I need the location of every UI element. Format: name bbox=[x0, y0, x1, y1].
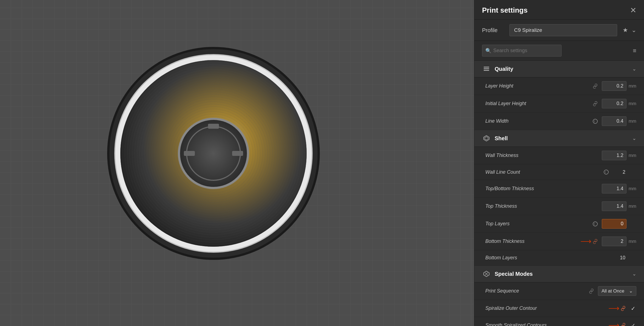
svg-rect-1 bbox=[484, 68, 489, 69]
star-button[interactable]: ★ bbox=[623, 27, 628, 34]
setting-spiralize-outer-contour: Spiralize Outer Contour ⟶ ✓ bbox=[474, 300, 644, 317]
bottom-thickness-arrow: ⟶ bbox=[580, 237, 599, 246]
search-input[interactable] bbox=[482, 45, 562, 57]
setting-bottom-thickness: Bottom Thickness ⟶ mm bbox=[474, 233, 644, 250]
top-bottom-thickness-label: Top/Bottom Thickness bbox=[485, 186, 602, 192]
bottom-thickness-link-icon bbox=[591, 238, 599, 245]
wall-line-count-func-icon: f bbox=[602, 168, 610, 176]
svg-point-7 bbox=[604, 170, 608, 174]
svg-marker-5 bbox=[484, 136, 489, 141]
shell-section-icon bbox=[482, 134, 491, 143]
top-thickness-input[interactable] bbox=[602, 201, 626, 211]
setting-top-bottom-thickness: Top/Bottom Thickness mm bbox=[474, 180, 644, 198]
chevron-down-icon[interactable]: ⌄ bbox=[631, 27, 636, 34]
close-button[interactable]: ✕ bbox=[630, 7, 636, 14]
connector-clip-right bbox=[232, 151, 243, 156]
top-bottom-thickness-input[interactable] bbox=[602, 184, 626, 193]
special-modes-section-title: Special Modes bbox=[495, 271, 632, 277]
special-modes-section-icon bbox=[482, 269, 491, 278]
profile-label: Profile bbox=[482, 27, 504, 33]
svg-point-9 bbox=[593, 222, 597, 226]
layer-height-unit: mm bbox=[629, 83, 636, 89]
connector-clip-left bbox=[184, 151, 195, 156]
top-thickness-unit: mm bbox=[629, 204, 636, 209]
svg-rect-2 bbox=[484, 70, 489, 71]
initial-layer-height-label: Initial Layer Height bbox=[485, 101, 591, 106]
svg-text:f: f bbox=[594, 223, 595, 226]
profile-actions: ★ ⌄ bbox=[623, 27, 636, 34]
section-special-modes[interactable]: Special Modes ⌄ bbox=[474, 266, 644, 282]
section-quality[interactable]: Quality ⌄ bbox=[474, 61, 644, 77]
top-bottom-thickness-unit: mm bbox=[629, 186, 636, 192]
red-arrow-icon: ⟶ bbox=[580, 237, 591, 246]
setting-wall-line-count: Wall Line Count f 2 bbox=[474, 164, 644, 180]
line-width-func-icon: f bbox=[591, 117, 599, 125]
setting-wall-thickness: Wall Thickness mm bbox=[474, 147, 644, 164]
shell-section-title: Shell bbox=[495, 135, 632, 142]
top-layers-func-icon: f bbox=[591, 220, 599, 228]
wall-line-count-value: 2 bbox=[613, 169, 626, 175]
search-icon: 🔍 bbox=[485, 48, 491, 54]
bottom-thickness-input[interactable] bbox=[602, 237, 626, 246]
search-row: 🔍 ≡ bbox=[474, 41, 644, 61]
setting-initial-layer-height: Initial Layer Height mm bbox=[474, 95, 644, 113]
top-layers-input[interactable] bbox=[602, 219, 626, 229]
viewport-background bbox=[0, 0, 474, 326]
wall-thickness-label: Wall Thickness bbox=[485, 153, 602, 158]
top-thickness-label: Top Thickness bbox=[485, 203, 602, 209]
print-sequence-dropdown[interactable]: All at Once ⌄ bbox=[598, 286, 636, 296]
layer-height-label: Layer Height bbox=[485, 83, 591, 89]
section-shell[interactable]: Shell ⌄ bbox=[474, 130, 644, 147]
profile-row: Profile C9 Spiralize ★ ⌄ bbox=[474, 20, 644, 41]
shell-chevron-icon: ⌄ bbox=[632, 135, 636, 141]
initial-layer-height-link-icon bbox=[591, 100, 599, 108]
bottom-layers-value: 10 bbox=[613, 255, 626, 261]
smooth-spiralized-contours-label: Smooth Spiralized Contours bbox=[485, 322, 608, 326]
svg-text:f: f bbox=[605, 171, 606, 174]
spiralize-checkbox[interactable]: ✓ bbox=[630, 305, 636, 312]
smooth-spiralized-checkbox[interactable]: ✓ bbox=[630, 322, 636, 326]
cylinder-body bbox=[120, 60, 307, 247]
setting-top-layers: Top Layers f bbox=[474, 215, 644, 233]
svg-marker-6 bbox=[485, 137, 488, 140]
print-sequence-label: Print Sequence bbox=[485, 288, 588, 294]
spiralize-red-arrow-icon: ⟶ bbox=[608, 304, 619, 313]
line-width-label: Line Width bbox=[485, 118, 591, 124]
wall-thickness-unit: mm bbox=[629, 153, 636, 158]
print-settings-panel: Print settings ✕ Profile C9 Spiralize ★ … bbox=[474, 0, 644, 326]
layer-height-input[interactable] bbox=[602, 81, 626, 91]
setting-top-thickness: Top Thickness mm bbox=[474, 198, 644, 215]
svg-point-3 bbox=[593, 119, 597, 123]
print-sequence-link-icon bbox=[588, 287, 595, 295]
setting-print-sequence: Print Sequence All at Once ⌄ bbox=[474, 282, 644, 300]
quality-section-icon bbox=[482, 64, 491, 73]
3d-viewport[interactable] bbox=[0, 0, 474, 326]
spiralize-arrow: ⟶ bbox=[608, 304, 627, 313]
print-sequence-value: All at Once bbox=[602, 288, 624, 294]
initial-layer-height-input[interactable] bbox=[602, 99, 626, 108]
menu-icon[interactable]: ≡ bbox=[633, 47, 636, 54]
cylinder-inner-ring bbox=[178, 118, 249, 189]
smooth-spiralized-red-arrow-icon: ⟶ bbox=[608, 321, 619, 326]
smooth-spiralized-link-icon bbox=[619, 322, 627, 326]
profile-value: C9 Spiralize bbox=[514, 27, 542, 33]
bottom-thickness-label: Bottom Thickness bbox=[485, 238, 580, 244]
setting-layer-height: Layer Height mm bbox=[474, 77, 644, 95]
spiralize-outer-contour-label: Spiralize Outer Contour bbox=[485, 305, 608, 311]
layer-height-link-icon bbox=[591, 82, 599, 90]
quality-section-title: Quality bbox=[495, 66, 632, 72]
line-width-unit: mm bbox=[629, 119, 636, 124]
setting-bottom-layers: Bottom Layers 10 bbox=[474, 250, 644, 266]
print-sequence-dropdown-chevron: ⌄ bbox=[629, 288, 633, 294]
cylinder-inner-detail bbox=[186, 126, 241, 181]
initial-layer-height-unit: mm bbox=[629, 101, 636, 106]
profile-select[interactable]: C9 Spiralize bbox=[509, 24, 617, 36]
svg-rect-0 bbox=[484, 67, 489, 68]
search-wrapper: 🔍 bbox=[482, 45, 630, 57]
spiralize-link-icon bbox=[619, 305, 627, 312]
line-width-input[interactable] bbox=[602, 116, 626, 126]
wall-line-count-label: Wall Line Count bbox=[485, 169, 602, 175]
wall-thickness-input[interactable] bbox=[602, 151, 626, 160]
top-layers-label: Top Layers bbox=[485, 221, 591, 227]
panel-header: Print settings ✕ bbox=[474, 0, 644, 20]
